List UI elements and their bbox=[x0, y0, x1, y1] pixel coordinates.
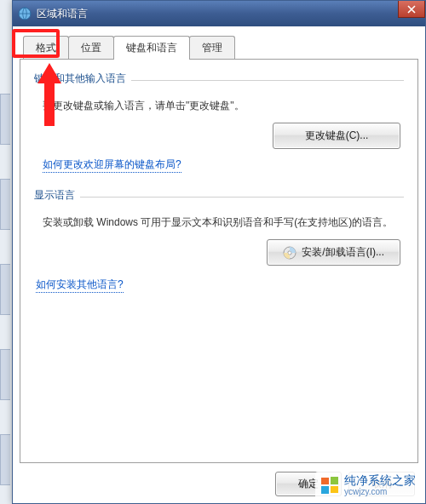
keyboard-group-body: 要更改键盘或输入语言，请单击"更改键盘"。 bbox=[43, 98, 404, 114]
svg-rect-6 bbox=[331, 486, 338, 493]
change-keyboards-label: 更改键盘(C)... bbox=[305, 129, 369, 143]
background-thumbnails bbox=[0, 94, 10, 485]
install-uninstall-languages-button[interactable]: 安装/卸载语言(I)... bbox=[267, 239, 400, 266]
display-language-body: 安装或卸载 Windows 可用于显示文本和识别语音和手写(在支持地区)的语言。 bbox=[43, 215, 404, 231]
content-area: 格式 位置 键盘和语言 管理 键盘和其他输入语言 要更改键盘或输入语言，请单击"… bbox=[13, 26, 425, 503]
close-button[interactable] bbox=[398, 1, 425, 18]
svg-rect-4 bbox=[331, 477, 338, 484]
divider bbox=[80, 197, 404, 198]
tab-location[interactable]: 位置 bbox=[68, 36, 114, 60]
welcome-screen-keyboard-link[interactable]: 如何更改欢迎屏幕的键盘布局? bbox=[43, 158, 181, 173]
change-keyboards-button[interactable]: 更改键盘(C)... bbox=[273, 123, 400, 149]
tab-format[interactable]: 格式 bbox=[23, 36, 69, 60]
svg-point-2 bbox=[288, 251, 291, 255]
window-title: 区域和语言 bbox=[37, 7, 88, 21]
divider bbox=[131, 80, 404, 81]
tab-admin[interactable]: 管理 bbox=[189, 36, 235, 60]
windows-logo-icon bbox=[320, 476, 339, 495]
tab-panel-keyboards: 键盘和其他输入语言 要更改键盘或输入语言，请单击"更改键盘"。 更改键盘(C).… bbox=[20, 59, 418, 463]
install-uninstall-languages-label: 安装/卸载语言(I)... bbox=[302, 245, 384, 260]
watermark: 纯净系统之家 ycwjzy.com bbox=[315, 472, 421, 499]
tab-keyboards-languages[interactable]: 键盘和语言 bbox=[113, 36, 190, 60]
cd-icon bbox=[283, 246, 296, 260]
keyboard-group-heading: 键盘和其他输入语言 bbox=[34, 72, 126, 86]
region-language-dialog: 区域和语言 格式 位置 键盘和语言 管理 键盘和其他输入语言 要更改键盘或输入语… bbox=[12, 0, 426, 504]
svg-rect-3 bbox=[321, 478, 329, 484]
display-language-heading: 显示语言 bbox=[34, 188, 75, 203]
watermark-url: ycwjzy.com bbox=[344, 487, 416, 496]
svg-rect-5 bbox=[321, 486, 329, 494]
globe-icon bbox=[18, 7, 32, 20]
close-icon bbox=[407, 5, 416, 14]
tab-strip: 格式 位置 键盘和语言 管理 bbox=[20, 35, 418, 59]
watermark-text: 纯净系统之家 bbox=[344, 474, 416, 487]
window-controls bbox=[399, 1, 425, 18]
titlebar: 区域和语言 bbox=[13, 1, 425, 26]
how-to-install-languages-link[interactable]: 如何安装其他语言? bbox=[36, 278, 124, 293]
